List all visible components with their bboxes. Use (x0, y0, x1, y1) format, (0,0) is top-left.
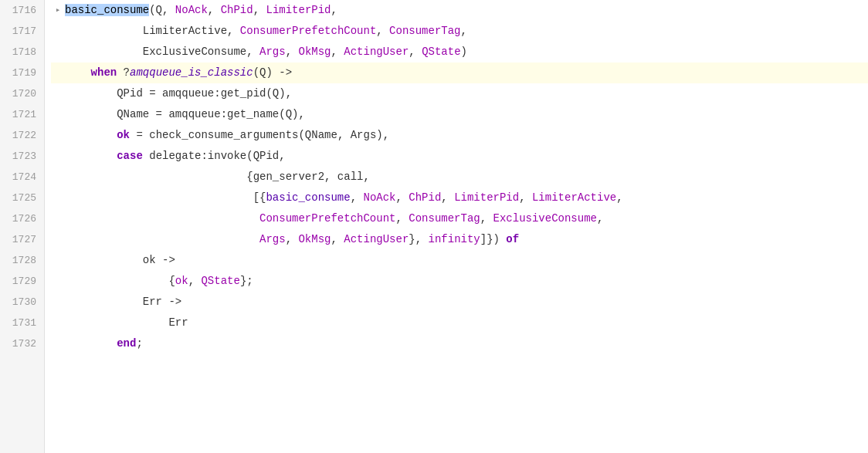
line-number: 1724 (8, 167, 36, 188)
line-number: 1729 (8, 271, 36, 292)
token: ConsumerTag (409, 212, 480, 225)
token: }; (240, 275, 253, 287)
code-line: Err -> (51, 292, 868, 313)
line-number: 1718 (8, 42, 36, 63)
code-line: when ?amqqueue_is_classic(Q) -> (51, 63, 868, 83)
line-number: 1722 (8, 125, 36, 146)
line-number: 1726 (8, 208, 36, 229)
code-text: {ok, QState}; (65, 271, 868, 292)
line-number: 1721 (8, 104, 36, 125)
token: , (461, 25, 467, 37)
token: amqqueue_is_classic (130, 66, 253, 79)
token: ConsumerTag (389, 25, 460, 37)
token: , (331, 46, 344, 58)
token: , (188, 275, 202, 287)
code-text: QPid = amqqueue:get_pid(Q), (65, 83, 868, 104)
token: (Q) -> (253, 66, 292, 79)
line-number: 1717 (8, 21, 36, 42)
token: ExclusiveConsume (493, 212, 597, 225)
token: , (351, 191, 364, 204)
token: of (506, 233, 519, 245)
token: QState (422, 46, 460, 58)
code-text: ConsumerPrefetchCount, ConsumerTag, Excl… (65, 208, 868, 229)
code-line: case delegate:invoke(QPid, (51, 146, 868, 167)
token: (Q, (149, 4, 175, 16)
line-number: 1720 (8, 83, 36, 104)
code-text: Args, OkMsg, ActingUser}, infinity]}) of (65, 229, 868, 250)
code-line: LimiterActive, ConsumerPrefetchCount, Co… (51, 21, 868, 42)
token: ChPid (221, 4, 253, 16)
token: ExclusiveConsume (65, 46, 246, 58)
code-text: ok -> (65, 250, 868, 271)
token: , (246, 46, 259, 58)
code-line: Args, OkMsg, ActingUser}, infinity]}) of (51, 229, 868, 250)
token: NoAck (363, 191, 395, 204)
token: , (597, 212, 603, 225)
token: OkMsg (298, 233, 331, 245)
token (65, 150, 117, 162)
token: ? (117, 66, 130, 79)
token: end (117, 337, 136, 350)
code-line: ok = check_consume_arguments(QName, Args… (51, 125, 868, 146)
code-line: end; (51, 333, 868, 354)
token: Err (65, 316, 188, 329)
line-number: 1716 (8, 0, 36, 21)
token: , (616, 191, 622, 204)
token: , (286, 46, 299, 58)
line-number: 1732 (8, 333, 36, 354)
code-text: end; (65, 333, 868, 354)
token: Args (259, 46, 286, 58)
token: ]}) (480, 233, 507, 245)
line-number: 1727 (8, 229, 36, 250)
line-number: 1723 (8, 146, 36, 167)
token: LimiterPid (266, 4, 331, 16)
code-line: ▸basic_consume(Q, NoAck, ChPid, LimiterP… (51, 0, 868, 21)
code-text: [{basic_consume, NoAck, ChPid, LimiterPi… (65, 188, 868, 208)
token: QPid = amqqueue:get_pid(Q), (65, 87, 292, 100)
token: LimiterActive (532, 191, 616, 204)
token: ActingUser (344, 233, 409, 245)
code-text: QName = amqqueue:get_name(Q), (65, 104, 868, 125)
token: ok -> (65, 254, 175, 266)
code-text: {gen_server2, call, (65, 167, 868, 188)
token (65, 66, 91, 79)
token: , (519, 191, 532, 204)
token: Args (65, 233, 286, 245)
code-area[interactable]: ▸basic_consume(Q, NoAck, ChPid, LimiterP… (45, 0, 868, 453)
code-line: {gen_server2, call, (51, 167, 868, 188)
token: , (331, 4, 337, 16)
code-line: Err (51, 313, 868, 333)
code-line: [{basic_consume, NoAck, ChPid, LimiterPi… (51, 188, 868, 208)
code-text: when ?amqqueue_is_classic(Q) -> (65, 63, 868, 83)
token: ok (117, 129, 130, 141)
code-editor: 1716171717181719172017211722172317241725… (0, 0, 868, 453)
token: , (396, 191, 409, 204)
line-number: 1730 (8, 292, 36, 313)
code-line: QPid = amqqueue:get_pid(Q), (51, 83, 868, 104)
token: Err -> (65, 296, 181, 308)
token: ) (461, 46, 467, 58)
token: when (91, 66, 117, 79)
token: basic_consume (266, 191, 350, 204)
line-number: 1731 (8, 313, 36, 333)
token: , (208, 4, 221, 16)
fold-arrow[interactable]: ▸ (51, 0, 65, 21)
code-line: {ok, QState}; (51, 271, 868, 292)
token: LimiterActive (65, 25, 227, 37)
token: [{ (65, 191, 266, 204)
code-text: LimiterActive, ConsumerPrefetchCount, Co… (65, 21, 868, 42)
token: , (253, 4, 266, 16)
token: , (331, 233, 344, 245)
token: basic_consume (65, 4, 149, 16)
token: case (117, 150, 143, 162)
token: ChPid (409, 191, 441, 204)
code-line: ExclusiveConsume, Args, OkMsg, ActingUse… (51, 42, 868, 63)
token: , (227, 25, 240, 37)
token (65, 129, 117, 141)
token: , (376, 25, 389, 37)
token: ConsumerPrefetchCount (240, 25, 376, 37)
line-number: 1728 (8, 250, 36, 271)
line-numbers: 1716171717181719172017211722172317241725… (0, 0, 45, 453)
token: QName = amqqueue:get_name(Q), (65, 108, 305, 120)
line-number: 1719 (8, 63, 36, 83)
